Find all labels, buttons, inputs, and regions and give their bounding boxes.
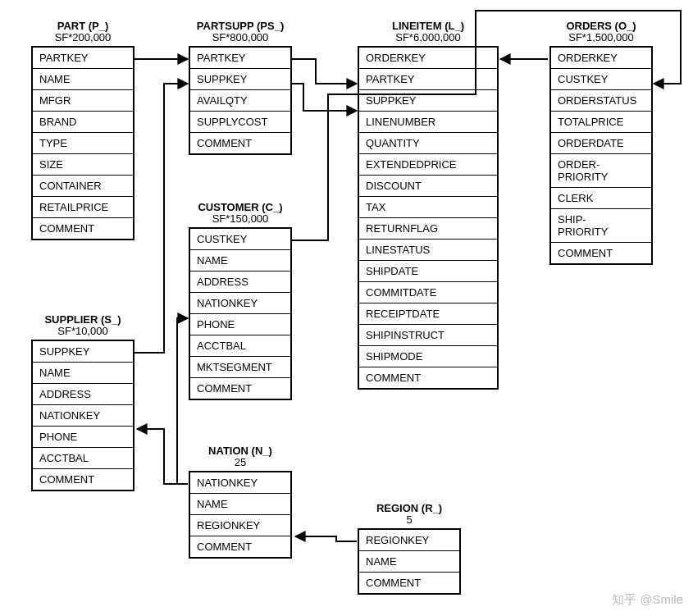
field-cell: NATIONKEY xyxy=(33,405,133,427)
field-cell: CUSTKEY xyxy=(190,229,290,250)
field-cell: COMMENT xyxy=(359,573,459,593)
field-cell: TAX xyxy=(359,197,497,218)
field-cell: SUPPKEY xyxy=(190,69,290,90)
table-fields: NATIONKEY NAME REGIONKEY COMMENT xyxy=(189,471,292,559)
field-cell: ORDERKEY xyxy=(359,48,497,69)
table-title: NATION (N_) xyxy=(189,445,292,457)
field-cell: MFGR xyxy=(33,90,133,112)
table-fields: ORDERKEY CUSTKEY ORDERSTATUS TOTALPRICE … xyxy=(549,46,653,265)
field-cell: COMMENT xyxy=(551,243,651,263)
table-subtitle: SF*6,000,000 xyxy=(358,32,499,43)
table-subtitle: SF*1,500,000 xyxy=(549,32,653,43)
table-title: ORDERS (O_) xyxy=(549,21,653,32)
field-cell: NAME xyxy=(359,551,459,573)
field-cell: REGIONKEY xyxy=(190,515,290,536)
field-cell: MKTSEGMENT xyxy=(190,357,290,378)
field-cell: COMMITDATE xyxy=(359,282,497,303)
field-cell: COMMENT xyxy=(190,536,290,557)
field-cell: QUANTITY xyxy=(359,133,497,154)
field-cell: AVAILQTY xyxy=(190,90,290,112)
field-cell: CUSTKEY xyxy=(551,69,651,90)
field-cell: RETURNFLAG xyxy=(359,218,497,240)
field-cell: NATIONKEY xyxy=(190,472,290,494)
field-cell: NAME xyxy=(190,250,290,271)
table-region: REGION (R_) 5 REGIONKEY NAME COMMENT xyxy=(358,503,461,595)
field-cell: SUPPLYCOST xyxy=(190,112,290,133)
field-cell: COMMENT xyxy=(190,133,290,153)
field-cell: NATIONKEY xyxy=(190,293,290,314)
field-cell: ADDRESS xyxy=(33,384,133,405)
table-title: PART (P_) xyxy=(31,21,134,32)
field-cell: SHIPDATE xyxy=(359,261,497,282)
field-cell: LINENUMBER xyxy=(359,112,497,133)
field-cell: ORDERKEY xyxy=(551,48,651,69)
field-cell: PARTKEY xyxy=(359,69,497,90)
table-subtitle: SF*800,000 xyxy=(189,32,292,43)
table-fields: ORDERKEY PARTKEY SUPPKEY LINENUMBER QUAN… xyxy=(358,46,499,390)
table-partsupp: PARTSUPP (PS_) SF*800,000 PARTKEY SUPPKE… xyxy=(189,21,292,155)
field-cell: SHIP- PRIORITY xyxy=(551,209,651,243)
field-cell: SHIPINSTRUCT xyxy=(359,325,497,346)
table-subtitle: SF*10,000 xyxy=(31,326,134,337)
field-cell: SIZE xyxy=(33,154,133,176)
table-title: LINEITEM (L_) xyxy=(358,21,499,32)
field-cell: NAME xyxy=(33,69,133,90)
field-cell: NAME xyxy=(33,363,133,384)
table-nation: NATION (N_) 25 NATIONKEY NAME REGIONKEY … xyxy=(189,445,292,559)
table-orders: ORDERS (O_) SF*1,500,000 ORDERKEY CUSTKE… xyxy=(549,21,653,265)
table-subtitle: SF*200,000 xyxy=(31,32,134,43)
watermark: 知乎 @Smile xyxy=(612,592,683,608)
field-cell: CLERK xyxy=(551,188,651,209)
table-fields: PARTKEY SUPPKEY AVAILQTY SUPPLYCOST COMM… xyxy=(189,46,292,155)
field-cell: ADDRESS xyxy=(190,271,290,293)
field-cell: ORDERDATE xyxy=(551,133,651,154)
field-cell: SUPPKEY xyxy=(33,341,133,363)
field-cell: SHIPMODE xyxy=(359,346,497,367)
field-cell: CONTAINER xyxy=(33,176,133,197)
field-cell: RECEIPTDATE xyxy=(359,303,497,325)
field-cell: COMMENT xyxy=(359,367,497,388)
field-cell: BRAND xyxy=(33,112,133,133)
field-cell: ORDER- PRIORITY xyxy=(551,154,651,188)
field-cell: PARTKEY xyxy=(33,48,133,69)
table-fields: CUSTKEY NAME ADDRESS NATIONKEY PHONE ACC… xyxy=(189,227,292,400)
field-cell: COMMENT xyxy=(33,469,133,490)
field-cell: PARTKEY xyxy=(190,48,290,69)
table-customer: CUSTOMER (C_) SF*150,000 CUSTKEY NAME AD… xyxy=(189,202,292,400)
field-cell: LINESTATUS xyxy=(359,240,497,261)
table-title: SUPPLIER (S_) xyxy=(31,314,134,326)
field-cell: COMMENT xyxy=(190,378,290,399)
table-supplier: SUPPLIER (S_) SF*10,000 SUPPKEY NAME ADD… xyxy=(31,314,134,491)
table-lineitem: LINEITEM (L_) SF*6,000,000 ORDERKEY PART… xyxy=(358,21,499,390)
field-cell: PHONE xyxy=(33,427,133,448)
table-fields: REGIONKEY NAME COMMENT xyxy=(358,528,461,595)
field-cell: REGIONKEY xyxy=(359,530,459,551)
field-cell: NAME xyxy=(190,494,290,515)
field-cell: COMMENT xyxy=(33,218,133,239)
table-fields: PARTKEY NAME MFGR BRAND TYPE SIZE CONTAI… xyxy=(31,46,134,240)
field-cell: RETAILPRICE xyxy=(33,197,133,218)
field-cell: DISCOUNT xyxy=(359,176,497,197)
field-cell: PHONE xyxy=(190,314,290,335)
schema-diagram: PART (P_) SF*200,000 PARTKEY NAME MFGR B… xyxy=(0,0,693,616)
table-fields: SUPPKEY NAME ADDRESS NATIONKEY PHONE ACC… xyxy=(31,340,134,491)
field-cell: EXTENDEDPRICE xyxy=(359,154,497,176)
field-cell: ORDERSTATUS xyxy=(551,90,651,112)
table-part: PART (P_) SF*200,000 PARTKEY NAME MFGR B… xyxy=(31,21,134,240)
field-cell: ACCTBAL xyxy=(190,335,290,357)
table-title: PARTSUPP (PS_) xyxy=(189,21,292,32)
table-title: REGION (R_) xyxy=(358,503,461,514)
table-subtitle: 5 xyxy=(358,514,461,526)
field-cell: TYPE xyxy=(33,133,133,154)
field-cell: SUPPKEY xyxy=(359,90,497,112)
table-subtitle: SF*150,000 xyxy=(189,213,292,225)
table-title: CUSTOMER (C_) xyxy=(189,202,292,213)
field-cell: TOTALPRICE xyxy=(551,112,651,133)
table-subtitle: 25 xyxy=(189,457,292,468)
field-cell: ACCTBAL xyxy=(33,448,133,469)
